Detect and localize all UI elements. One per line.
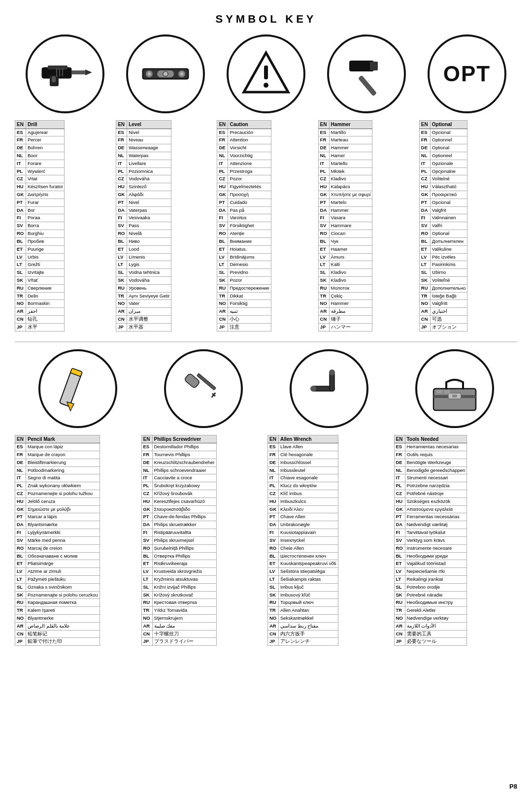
table-row: TRAynı Seviyeye Getir	[116, 292, 171, 300]
page-number: P8	[509, 783, 517, 790]
table-row: DEBenötigte Werkzeuge	[394, 459, 467, 466]
table-row: ROInstrumente necesare	[394, 544, 467, 552]
table-row: LTLygis	[116, 261, 171, 269]
table-row: LTŠešiakampis raktas	[268, 575, 338, 583]
table-row: RUТорцовый ключ	[268, 599, 338, 607]
table-row: SVFörsiktighet	[217, 222, 271, 230]
table-row: HUImbuszkulcs	[268, 498, 338, 505]
table-row: DEOptional	[419, 144, 467, 152]
table-row: LTPasirinkinis	[419, 261, 467, 269]
table-row: LVSešstūra stieņatslēga	[268, 568, 338, 576]
svg-rect-20	[358, 75, 377, 96]
table-row: RUКрестовая отвертка	[141, 599, 216, 607]
table-row: LVNepieciešamie rīki	[394, 568, 467, 576]
table-row: BLОбозначаване с молив	[15, 552, 100, 560]
table-row: HUKalapács	[318, 183, 372, 191]
table-row: PTFerramentas necessárias	[394, 513, 467, 521]
symbol-table: ENOptionalESOpcionalFROptionnelDEOptiona…	[419, 120, 467, 332]
table-row: PLZnak wykonany ołówkiem	[15, 482, 100, 490]
table-row: DAValgfrit	[419, 206, 467, 214]
table-row: SKVŕtať	[15, 276, 65, 284]
table-row: ESOpcional	[419, 129, 467, 136]
table-row: ETLood	[116, 245, 171, 253]
table-row: JP水平	[15, 323, 65, 331]
table-row: FILyijykynämerkki	[15, 529, 100, 537]
table-row: DEBohren	[15, 144, 65, 152]
table-row: PLWywierć	[15, 167, 65, 175]
table-row: RUКарандашная пометка	[15, 599, 100, 607]
table-row: NOHammer	[318, 300, 372, 308]
table-row: GKΧτυπήστε με σφυρί	[318, 191, 372, 199]
table-row: ROCiocan	[318, 230, 372, 238]
svg-rect-38	[452, 395, 457, 398]
svg-rect-5	[52, 76, 56, 82]
table-row: TRİsteğe Bağlı	[419, 292, 467, 300]
table-row: GKΣταυροκατσάβιδο	[141, 505, 216, 513]
table-row: DAHammer	[318, 206, 372, 214]
table-row: JPオプション	[419, 323, 467, 331]
toolbox-icon	[415, 349, 494, 428]
table-row: HUFigyelmeztetés	[217, 183, 271, 191]
table-row: ETHoiatus.	[217, 245, 271, 253]
table-row: FIRistipääruuvitaltta	[141, 529, 216, 537]
table-row: NLOptioneel	[419, 152, 467, 160]
svg-point-12	[163, 71, 168, 76]
svg-rect-39	[436, 390, 442, 394]
table-row: CN可选	[419, 316, 467, 324]
table-row: ETRistkruvikeeraja	[141, 560, 216, 568]
table-row: NLPhillips schroevendraaier	[141, 466, 216, 474]
table-row: ARالأدوات اللازمة	[394, 622, 467, 630]
table-row: BLШестостепенен ключ	[268, 552, 338, 560]
table-row: DEWasserwaage	[116, 144, 171, 152]
table-row: FITarvittavat työkalut	[394, 529, 467, 537]
table-row: GKΚλειδί Άλεν	[268, 505, 338, 513]
table-row: FIVasara	[318, 214, 372, 222]
table-row: JPアレンレンチ	[268, 638, 338, 646]
table-row: RUМолоток	[318, 284, 372, 292]
icons-row-2	[15, 349, 517, 428]
table-row: LVUrbis	[15, 253, 65, 261]
table-row: SLOznaka s svinčnikom	[15, 583, 100, 591]
table-row: SKPotrebné náradie	[394, 591, 467, 599]
svg-rect-28	[197, 373, 216, 390]
table-row: FRPercer	[15, 136, 65, 144]
pencil-icon	[38, 349, 117, 428]
table-row: FROptionnel	[419, 136, 467, 144]
table-row: NLVoorzichtig	[217, 152, 271, 160]
table-row: SKVodováha	[116, 276, 171, 284]
level-icon	[126, 34, 205, 113]
table-row: HUJelölő ceruza	[15, 498, 100, 505]
table-row: FIVesivaaka	[116, 214, 171, 222]
table-row: LVLīmenis	[116, 253, 171, 261]
table-row: SLPrevidno	[217, 269, 271, 277]
table-row: RUУровень	[116, 284, 171, 292]
table-row: LVPēc izvēles	[419, 253, 467, 261]
table-row: FIValinnainen	[419, 214, 467, 222]
table-row: ROCheie Allen	[268, 544, 338, 552]
table-row: PLPoziomnica	[116, 167, 171, 175]
table-row: ARتنبيه	[217, 308, 271, 316]
table-row: PLKlucz do wkrętów	[268, 482, 338, 490]
table-row: CN钻孔	[15, 316, 65, 324]
table-row: SKKrížový skrutkovač	[141, 591, 216, 599]
table-row: SKImbusový kľúč	[268, 591, 338, 599]
table-row: LTReikalingi įrankiai	[394, 575, 467, 583]
table-row: GKΠροαιρετικό	[419, 191, 467, 199]
symbol-table: ENDrillESAgujerearFRPercerDEBohrenNLBoor…	[15, 120, 65, 332]
table-row: GKΠροσοχή	[217, 191, 271, 199]
table-row: DABlyantsmærke	[15, 521, 100, 529]
table-row: TRKalem İşareti	[15, 607, 100, 615]
table-row: NONødvendige verktøy	[394, 615, 467, 623]
table-row: ROȘurubelniță Phillips	[141, 544, 216, 552]
symbol-table: ENPhillips ScrewdriverESDestornillador P…	[141, 435, 217, 646]
table-row: PTOpcional	[419, 199, 467, 206]
svg-rect-18	[264, 66, 268, 79]
table-row: ITStrumenti necessari	[394, 474, 467, 482]
page-title: SYMBOL KEY	[15, 13, 517, 26]
symbol-table: ENLevelESNivelFRNiveauDEWasserwaageNLWat…	[116, 120, 171, 332]
table-row: PTCuidado	[217, 199, 271, 206]
table-row: NOValgfritt	[419, 300, 467, 308]
table-row: GKΑλφάδι	[116, 191, 171, 199]
table-row: ROOptional	[419, 230, 467, 238]
table-row: SVVerktyg som krävs	[394, 536, 467, 544]
